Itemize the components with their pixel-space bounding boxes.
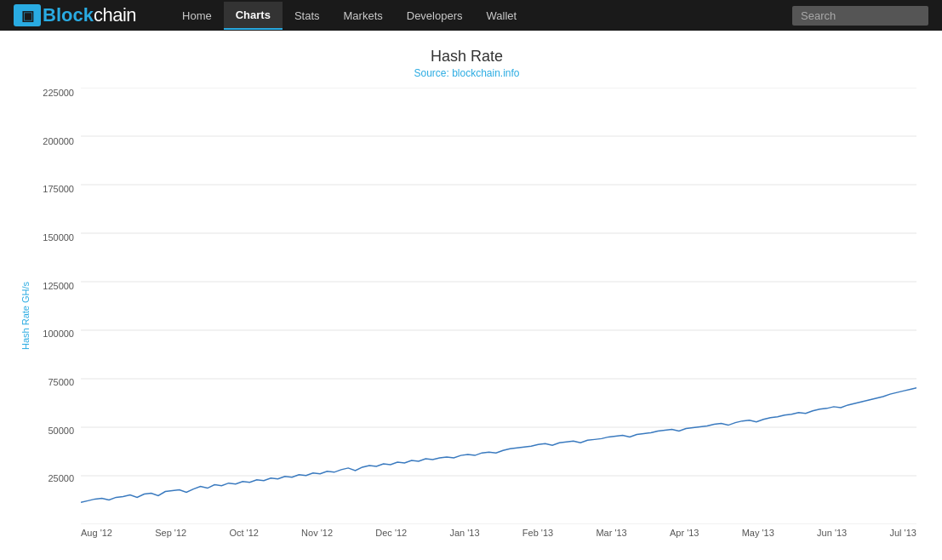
logo-block-icon: ▣: [21, 8, 33, 24]
y-axis-label-container: Hash Rate GH/s: [17, 88, 34, 543]
y-tick-225000: 225000: [43, 88, 74, 98]
x-tick-jan13: Jan '13: [449, 528, 479, 543]
y-tick-150000: 150000: [43, 232, 74, 243]
logo: ▣ Blockchain: [14, 4, 136, 26]
search-input[interactable]: [792, 6, 928, 26]
nav-charts[interactable]: Charts: [224, 2, 283, 30]
chart-title: Hash Rate: [17, 48, 916, 66]
x-tick-mar13: Mar '13: [596, 528, 626, 543]
logo-icon: ▣: [14, 4, 41, 26]
x-tick-apr13: Apr '13: [670, 528, 699, 543]
line-chart: [81, 88, 916, 524]
y-tick-125000: 125000: [43, 281, 74, 291]
nav-wallet[interactable]: Wallet: [475, 3, 529, 29]
chart-inner: Hash Rate GH/s 225000 200000 175000 1500…: [17, 88, 916, 543]
x-axis: Aug '12 Sep '12 Oct '12 Nov '12 Dec '12 …: [81, 524, 916, 543]
nav-developers[interactable]: Developers: [395, 3, 475, 29]
y-tick-25000: 25000: [48, 473, 74, 483]
y-axis-label: Hash Rate GH/s: [20, 281, 31, 349]
nav-markets[interactable]: Markets: [332, 3, 395, 29]
nav-home[interactable]: Home: [170, 3, 224, 29]
logo-block-text: Block: [43, 4, 94, 26]
y-axis: 225000 200000 175000 150000 125000 10000…: [34, 88, 81, 543]
x-tick-feb13: Feb '13: [522, 528, 553, 543]
x-tick-nov12: Nov '12: [301, 528, 333, 543]
logo-chain-text: chain: [94, 4, 136, 26]
x-tick-dec12: Dec '12: [375, 528, 407, 543]
y-tick-100000: 100000: [43, 329, 74, 339]
x-tick-may13: May '13: [742, 528, 774, 543]
main-nav: Home Charts Stats Markets Developers Wal…: [170, 2, 792, 30]
chart-source: Source: blockchain.info: [17, 67, 916, 79]
y-tick-200000: 200000: [43, 136, 74, 146]
x-tick-jun13: Jun '13: [817, 528, 847, 543]
y-tick-75000: 75000: [48, 377, 74, 387]
chart-container: Hash Rate Source: blockchain.info Hash R…: [0, 31, 942, 560]
header: ▣ Blockchain Home Charts Stats Markets D…: [0, 0, 942, 31]
x-tick-oct12: Oct '12: [229, 528, 259, 543]
x-tick-sep12: Sep '12: [155, 528, 186, 543]
chart-and-x: Aug '12 Sep '12 Oct '12 Nov '12 Dec '12 …: [81, 88, 916, 543]
x-tick-aug12: Aug '12: [81, 528, 112, 543]
nav-stats[interactable]: Stats: [283, 3, 332, 29]
y-tick-50000: 50000: [48, 426, 74, 436]
y-tick-175000: 175000: [43, 184, 74, 194]
x-tick-jul13: Jul '13: [889, 528, 916, 543]
